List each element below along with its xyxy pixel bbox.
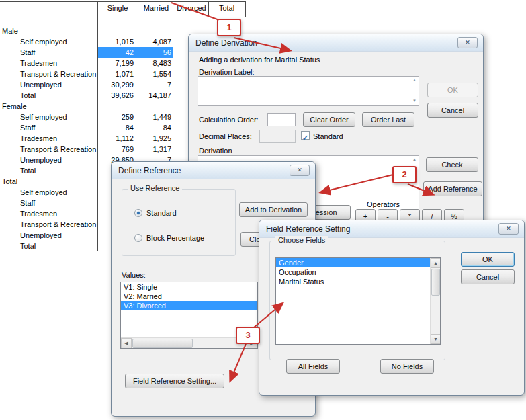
cancel-button[interactable]: Cancel (427, 103, 478, 118)
cell-single: 84 (98, 122, 134, 133)
block-percentage-radio-label: Block Percentage (146, 234, 204, 242)
table-row-label: Self employed (20, 112, 67, 122)
cell-single: 30,299 (98, 79, 134, 90)
fields-list-item[interactable]: Occupation (276, 267, 430, 277)
fields-list-item[interactable]: Gender (276, 258, 430, 267)
table-row-label: Staff (20, 47, 35, 58)
derivation-titlebar[interactable]: Define Derivation ✕ (189, 34, 483, 52)
calculation-order-input[interactable] (267, 113, 296, 126)
column-header: Total (208, 4, 245, 12)
decimal-places-input[interactable] (259, 130, 296, 143)
derivation-caption: Derivation (199, 146, 232, 155)
block-percentage-radio[interactable] (134, 234, 142, 242)
fields-vscrollbar[interactable]: ▲ ▼ (430, 258, 440, 344)
table-row-label: Tradesmen (20, 58, 57, 69)
derivation-label-caption: Derivation Label: (199, 68, 255, 76)
table-row-label: Tradesmen (20, 208, 57, 219)
clear-order-button[interactable]: Clear Order (303, 112, 355, 127)
column-header: Divorced (175, 4, 208, 12)
table-row-label: Self employed (20, 36, 67, 47)
standard-radio[interactable] (134, 209, 142, 217)
values-list-item[interactable]: V2: Married (121, 292, 257, 301)
standard-checkbox[interactable]: ✓ (301, 131, 310, 140)
values-caption: Values: (122, 271, 146, 279)
all-fields-button[interactable]: All Fields (286, 359, 340, 374)
table-row-label: Unemployed (20, 230, 62, 241)
fields-list-item[interactable]: Marital Status (276, 277, 430, 286)
reference-close-button[interactable]: ✕ (290, 165, 310, 176)
cell-married: 1,925 (138, 133, 171, 144)
table-group-label: Female (2, 101, 27, 112)
cell-married: 1,317 (138, 144, 171, 155)
column-header: Married (138, 4, 175, 12)
cell-married: 56 (138, 47, 171, 58)
scrollbar-thumb[interactable] (431, 269, 440, 296)
table-column-divider (245, 1, 246, 17)
add-reference-button[interactable]: Add Reference (423, 181, 482, 196)
close-icon: ✕ (297, 167, 302, 173)
close-icon: ✕ (465, 39, 470, 46)
field-reference-setting-button[interactable]: Field Reference Setting... (125, 374, 224, 388)
table-header-underline (0, 17, 246, 17)
table-group-label: Total (2, 176, 17, 187)
calculation-order-caption: Calculation Order: (199, 116, 259, 124)
scroll-up-icon[interactable]: ▲ (412, 78, 417, 83)
standard-radio-row: Standard (134, 206, 177, 216)
scroll-up-icon[interactable]: ▲ (412, 157, 417, 162)
derivation-subtitle: Adding a derivation for Marital Status (199, 56, 320, 64)
table-row-label: Staff (20, 122, 35, 133)
decimal-places-caption: Decimal Places: (199, 132, 252, 140)
table-group-label: Male (2, 26, 18, 36)
table-row-label: Transport & Recreation (20, 144, 96, 155)
scrollbar-thumb[interactable] (132, 339, 193, 348)
cell-single: 42 (98, 47, 134, 58)
field-reference-setting-dialog: Field Reference Setting ✕ Choose Fields … (259, 220, 525, 396)
use-reference-caption: Use Reference (128, 184, 182, 192)
reference-titlebar[interactable]: Define Reference ✕ (112, 162, 315, 179)
cell-married: 14,187 (138, 90, 171, 101)
values-list-item[interactable]: V3: Divorced (121, 301, 257, 310)
cell-married: 4,087 (138, 36, 171, 47)
standard-checkbox-label: Standard (313, 132, 343, 140)
scroll-down-icon[interactable]: ▼ (412, 99, 417, 103)
no-fields-button[interactable]: No Fields (380, 359, 434, 374)
standard-radio-label: Standard (146, 209, 177, 217)
table-row-label: Transport & Recreation (20, 69, 96, 79)
fields-listbox: GenderOccupationMarital Status ▲ ▼ (275, 257, 441, 345)
scroll-up-icon[interactable]: ▲ (431, 258, 441, 268)
values-list: V1: SingleV2: MarriedV3: Divorced (121, 282, 257, 310)
field-close-button[interactable]: ✕ (498, 223, 519, 235)
step-2-marker: 2 (392, 166, 417, 183)
choose-fields-group: Choose Fields GenderOccupationMarital St… (269, 241, 445, 360)
column-header: Single (97, 4, 138, 12)
cell-single: 1,112 (98, 133, 134, 144)
reference-dialog-title: Define Reference (118, 166, 181, 175)
check-button[interactable]: Check (426, 157, 478, 172)
table-row-label: Total (20, 241, 36, 251)
close-icon: ✕ (506, 225, 511, 232)
ok-button[interactable]: OK (427, 83, 478, 97)
values-list-item[interactable]: V1: Single (121, 282, 257, 292)
derivation-label-input[interactable]: ▲ ▼ (198, 76, 419, 106)
cell-single: 1,071 (98, 69, 134, 79)
table-row-label: Total (20, 90, 36, 101)
table-row-label: Total (20, 165, 36, 176)
ok-button[interactable]: OK (461, 252, 515, 267)
scroll-down-icon[interactable]: ▼ (431, 334, 441, 344)
order-last-button[interactable]: Order Last (362, 112, 414, 127)
checkmark-icon: ✓ (302, 134, 308, 142)
scroll-left-icon[interactable]: ◀ (121, 338, 132, 349)
table-row-label: Staff (20, 198, 35, 208)
derivation-close-button[interactable]: ✕ (457, 37, 478, 48)
use-reference-group: Use Reference Standard Block Percentage (122, 189, 236, 256)
cell-married: 84 (138, 122, 171, 133)
field-dialog-title: Field Reference Setting (266, 224, 350, 234)
cell-single: 39,626 (98, 90, 134, 101)
cell-married: 1,449 (138, 112, 171, 122)
cell-single: 259 (98, 112, 134, 122)
cell-married: 1,554 (138, 69, 171, 79)
cancel-button[interactable]: Cancel (461, 269, 515, 284)
cell-married: 7 (138, 79, 171, 90)
cell-married: 8,483 (138, 58, 171, 69)
add-to-derivation-button[interactable]: Add to Derivation (239, 202, 308, 217)
